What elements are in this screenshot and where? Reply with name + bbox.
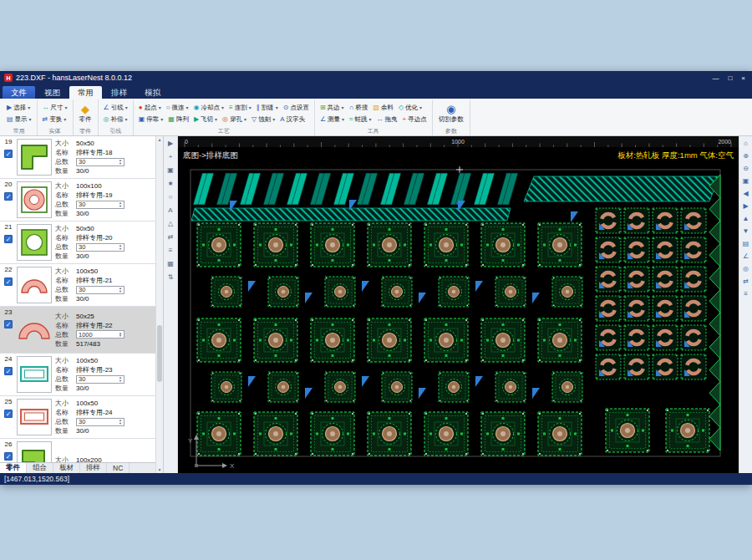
ribbon-button-桥接[interactable]: ∩桥接 bbox=[347, 103, 371, 113]
scroll-up-icon[interactable]: ▲ bbox=[158, 137, 162, 142]
part-total-input[interactable]: 30▲▼ bbox=[76, 286, 124, 294]
text-tool-icon[interactable]: A bbox=[168, 207, 172, 214]
part-checkbox[interactable]: ✓ bbox=[4, 235, 13, 243]
zoom-out-icon[interactable]: ⊖ bbox=[743, 165, 749, 172]
part-total-input[interactable]: 30▲▼ bbox=[76, 243, 124, 252]
ribbon-button-蚀刻[interactable]: ▽蚀刻▾ bbox=[249, 115, 277, 125]
home-view-icon[interactable]: ⌂ bbox=[744, 140, 748, 147]
parts-tab-排样[interactable]: 排样 bbox=[80, 463, 107, 473]
part-item[interactable]: 20✓大小100x100名称排样专用-19总数30▲▼数量30/0 bbox=[0, 179, 155, 221]
fit-view-icon[interactable]: ▣ bbox=[743, 178, 749, 185]
menu-tab-视图[interactable]: 视图 bbox=[36, 86, 69, 99]
part-item[interactable]: 23✓大小50x25名称排样专用-22总数1000▲▼数量517/483 bbox=[0, 307, 155, 354]
scrollbar-thumb[interactable] bbox=[157, 325, 162, 382]
polygon-tool-icon[interactable]: △ bbox=[168, 221, 173, 227]
part-total-input[interactable]: 1000▲▼ bbox=[76, 330, 124, 339]
zoom-window-icon[interactable]: ▣ bbox=[167, 167, 174, 174]
ribbon-button-停靠[interactable]: ▣停靠▾ bbox=[136, 115, 166, 125]
ribbon-button-起点[interactable]: ●起点▾ bbox=[136, 103, 164, 113]
zoom-in-icon[interactable]: ⊕ bbox=[743, 153, 749, 160]
parts-tab-NC[interactable]: NC bbox=[107, 463, 130, 473]
close-button[interactable]: × bbox=[741, 74, 745, 82]
part-checkbox[interactable]: ✓ bbox=[4, 320, 13, 328]
ribbon-button-显示[interactable]: ▤显示▾ bbox=[4, 115, 34, 125]
total-spinner-icon[interactable]: ▲▼ bbox=[119, 244, 122, 250]
ribbon-button-微连[interactable]: ○微连▾ bbox=[164, 103, 191, 113]
nesting-canvas[interactable]: 010002000底图->排样底图板材:热轧板 厚度:1mm 气体:空气 bbox=[178, 136, 739, 473]
ribbon-button-余料[interactable]: ▧余料 bbox=[370, 103, 396, 113]
ribbon-button-尺寸[interactable]: ↔尺寸▾ bbox=[40, 103, 70, 113]
part-checkbox[interactable]: ✓ bbox=[4, 192, 13, 201]
menu-tab-排样[interactable]: 排样 bbox=[103, 86, 135, 99]
part-checkbox[interactable]: ✓ bbox=[4, 150, 13, 158]
part-checkbox[interactable]: ✓ bbox=[4, 410, 13, 418]
ribbon-button-点设置[interactable]: ⊙点设置 bbox=[281, 103, 312, 113]
pan-down-icon[interactable]: ▼ bbox=[743, 228, 749, 235]
list-tool-icon[interactable]: ≡ bbox=[169, 247, 173, 254]
total-spinner-icon[interactable]: ▲▼ bbox=[119, 159, 122, 165]
pan-left-icon[interactable]: ◀ bbox=[743, 191, 748, 197]
part-item[interactable]: 24✓大小100x50名称排样专用-23总数30▲▼数量30/0 bbox=[0, 354, 155, 396]
part-item[interactable]: 19✓大小50x50名称排样专用-18总数30▲▼数量30/0 bbox=[0, 136, 155, 179]
part-checkbox[interactable]: ✓ bbox=[4, 277, 13, 286]
ribbon-button-优化[interactable]: ◇优化▾ bbox=[396, 103, 424, 113]
menu-tab-常用[interactable]: 常用 bbox=[69, 86, 102, 99]
grid-tool-icon[interactable]: ▦ bbox=[167, 261, 174, 267]
part-item[interactable]: 21✓大小50x50名称排样专用-20总数30▲▼数量30/0 bbox=[0, 221, 155, 264]
ribbon-button-蛙跳[interactable]: ≈蛙跳▾ bbox=[347, 115, 373, 125]
part-item[interactable]: 25✓大小100x50名称排样专用-24总数30▲▼数量30/0 bbox=[0, 396, 155, 439]
parts-tab-板材[interactable]: 板材 bbox=[53, 463, 80, 473]
menu-tab-模拟[interactable]: 模拟 bbox=[136, 86, 169, 99]
ribbon-button-补偿[interactable]: ◎补偿▾ bbox=[101, 115, 130, 125]
select-tool-icon[interactable]: ▶ bbox=[168, 140, 173, 147]
ribbon-button-汉字头[interactable]: A汉字头 bbox=[277, 115, 307, 125]
ribbon-button-测量[interactable]: ∠测量▾ bbox=[318, 115, 347, 125]
ribbon-button-零件[interactable]: ◆零件 bbox=[76, 104, 95, 124]
ribbon-button-选择[interactable]: ▶选择▾ bbox=[4, 103, 34, 113]
layers-icon[interactable]: ▤ bbox=[743, 241, 749, 247]
ribbon-button-寻边点[interactable]: +寻边点 bbox=[400, 115, 429, 125]
menu-tab-文件[interactable]: 文件 bbox=[3, 86, 35, 99]
star-tool-icon[interactable]: ★ bbox=[167, 181, 173, 187]
ribbon-button-穿孔[interactable]: ◎穿孔▾ bbox=[220, 115, 249, 125]
parts-tab-零件[interactable]: 零件 bbox=[0, 463, 27, 473]
total-spinner-icon[interactable]: ▲▼ bbox=[119, 287, 122, 293]
total-spinner-icon[interactable]: ▲▼ bbox=[119, 332, 122, 338]
measure-view-icon[interactable]: ∠ bbox=[743, 253, 749, 260]
ribbon-button-切割参数[interactable]: ◉切割参数 bbox=[435, 104, 467, 124]
parts-scrollbar[interactable]: ▲ ▼ bbox=[155, 136, 163, 473]
part-total-input[interactable]: 30▲▼ bbox=[76, 158, 124, 166]
ribbon-button-割缝[interactable]: ∥割缝▾ bbox=[254, 103, 281, 113]
target-icon[interactable]: ◎ bbox=[743, 266, 749, 272]
part-total-input[interactable]: 30▲▼ bbox=[76, 201, 124, 209]
ribbon-button-引线[interactable]: ∠引线▾ bbox=[101, 103, 130, 113]
ribbon-button-飞切[interactable]: ▶飞切▾ bbox=[191, 115, 220, 125]
part-item[interactable]: 26✓大小100x200 bbox=[0, 439, 155, 462]
part-checkbox[interactable]: ✓ bbox=[4, 452, 13, 461]
ribbon-button-变换[interactable]: ⇄变换▾ bbox=[40, 115, 70, 125]
maximize-button[interactable]: □ bbox=[728, 74, 732, 82]
part-total-input[interactable]: 30▲▼ bbox=[76, 375, 124, 384]
scroll-down-icon[interactable]: ▼ bbox=[158, 467, 162, 472]
part-checkbox[interactable]: ✓ bbox=[4, 367, 13, 375]
total-spinner-icon[interactable]: ▲▼ bbox=[119, 201, 122, 207]
ribbon-button-连割[interactable]: ≡连割▾ bbox=[226, 103, 254, 113]
parts-tab-组合[interactable]: 组合 bbox=[27, 463, 53, 473]
pan-right-icon[interactable]: ▶ bbox=[743, 203, 748, 210]
total-spinner-icon[interactable]: ▲▼ bbox=[119, 419, 122, 425]
ribbon-button-冷却点[interactable]: ◉冷却点▾ bbox=[191, 103, 227, 113]
ribbon-button-阵列[interactable]: ▦阵列 bbox=[165, 115, 191, 125]
swap-view-icon[interactable]: ⇄ bbox=[743, 278, 749, 285]
ribbon-button-共边[interactable]: ⊞共边▾ bbox=[318, 103, 347, 113]
pan-up-icon[interactable]: ▲ bbox=[743, 216, 749, 222]
part-item[interactable]: 22✓大小100x50名称排样专用-21总数30▲▼数量30/0 bbox=[0, 264, 155, 307]
expand-tool-icon[interactable]: ⇅ bbox=[168, 274, 174, 281]
rotate-tool-icon[interactable]: ⇄ bbox=[168, 234, 174, 241]
part-total-input[interactable]: 30▲▼ bbox=[76, 418, 124, 426]
pan-tool-icon[interactable]: + bbox=[169, 154, 173, 160]
minimize-button[interactable]: — bbox=[712, 74, 719, 82]
circle-tool-icon[interactable]: ○ bbox=[169, 194, 173, 201]
ribbon-button-拖曳[interactable]: ↔拖曳 bbox=[374, 115, 400, 125]
total-spinner-icon[interactable]: ▲▼ bbox=[119, 376, 122, 382]
menu-more-icon[interactable]: ≡ bbox=[744, 291, 748, 298]
